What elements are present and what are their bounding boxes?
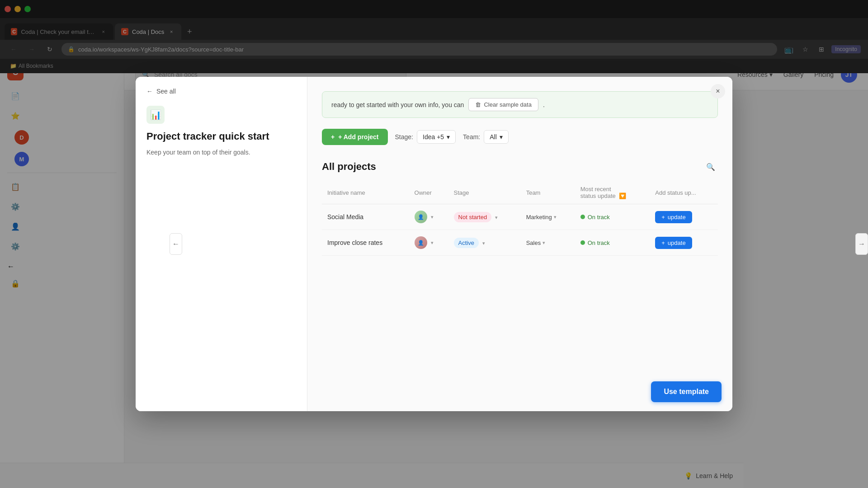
table-header: Initiative name Owner Stage Team Most re… <box>322 181 718 204</box>
update-label-1: update <box>668 214 686 221</box>
sample-data-text: ready to get started with your own info,… <box>331 101 464 108</box>
sample-data-suffix: . <box>543 101 545 108</box>
trash-icon: 🗑 <box>475 101 481 108</box>
owner-wrapper-1: 👤 ▾ <box>415 211 443 223</box>
initiative-cell-2: Improve close rates <box>322 230 409 256</box>
owner-wrapper-2: 👤 ▾ <box>415 236 443 249</box>
section-title: All projects <box>322 161 376 173</box>
status-badge-2: On track <box>580 239 645 246</box>
projects-section: All projects 🔍 Initiative name Owner Sta… <box>322 160 718 256</box>
add-project-label: + Add project <box>338 133 378 141</box>
owner-avatar-1: 👤 <box>415 211 427 223</box>
team-filter-label: Team: <box>463 133 480 141</box>
col-team: Team <box>521 181 575 204</box>
update-btn-1[interactable]: + update <box>655 211 692 223</box>
update-btn-2[interactable]: + update <box>655 237 692 249</box>
team-name-2: Sales <box>526 239 541 246</box>
left-nav-arrow[interactable]: ← <box>170 233 182 255</box>
right-nav-arrow[interactable]: → <box>855 233 868 255</box>
status-text-1: On track <box>588 214 610 221</box>
team-cell-1: Marketing ▾ <box>521 204 575 230</box>
owner-avatar-2: 👤 <box>415 236 427 249</box>
update-plus-icon-1: + <box>661 214 665 221</box>
modal-content-area: ready to get started with your own info,… <box>307 77 732 375</box>
stage-dropdown-2[interactable]: ▾ <box>482 240 485 246</box>
clear-sample-data-btn[interactable]: 🗑 Clear sample data <box>468 98 538 111</box>
col-status: Most recentstatus update 🔽 <box>575 181 650 204</box>
update-cell-1: + update <box>650 204 718 230</box>
status-dot-1 <box>580 215 585 219</box>
update-plus-icon-2: + <box>661 239 665 246</box>
table-search-btn[interactable]: 🔍 <box>703 160 718 174</box>
owner-cell-1: 👤 ▾ <box>409 204 448 230</box>
team-cell-2: Sales ▾ <box>521 230 575 256</box>
modal-title: Project tracker quick start <box>146 130 296 143</box>
status-sort-icon: 🔽 <box>619 192 626 199</box>
modal-back-btn[interactable]: ← See all <box>146 88 296 95</box>
owner-dropdown-2[interactable]: ▾ <box>431 240 434 246</box>
stage-filter: Stage: Idea +5 ▾ <box>395 130 456 144</box>
status-cell-1: On track <box>575 204 650 230</box>
stage-chevron: ▾ <box>447 133 450 141</box>
clear-btn-label: Clear sample data <box>484 101 532 108</box>
team-name-1: Marketing <box>526 214 552 221</box>
modal-left-panel: ← See all 📊 Project tracker quick start … <box>136 77 307 411</box>
stage-cell-1: Not started ▾ <box>448 204 521 230</box>
filter-row: + + Add project Stage: Idea +5 ▾ Team: A… <box>322 129 718 145</box>
team-value: All <box>490 133 497 141</box>
initiative-cell-1: Social Media <box>322 204 409 230</box>
table-row: Improve close rates 👤 ▾ Active ▾ <box>322 230 718 256</box>
add-project-btn[interactable]: + + Add project <box>322 129 388 145</box>
template-icon: 📊 <box>146 106 165 124</box>
team-filter: Team: All ▾ <box>463 130 509 144</box>
col-stage: Stage <box>448 181 521 204</box>
col-add-status: Add status up... <box>650 181 718 204</box>
status-badge-1: On track <box>580 214 645 221</box>
team-dropdown[interactable]: All ▾ <box>484 130 509 144</box>
stage-badge-2: Active <box>454 238 479 248</box>
owner-cell-2: 👤 ▾ <box>409 230 448 256</box>
team-dropdown-arrow-2[interactable]: ▾ <box>542 240 545 246</box>
col-owner: Owner <box>409 181 448 204</box>
col-initiative: Initiative name <box>322 181 409 204</box>
team-dropdown-arrow-1[interactable]: ▾ <box>554 214 557 220</box>
template-icon-emoji: 📊 <box>150 109 161 120</box>
back-arrow-icon: ← <box>146 88 153 95</box>
projects-table: Initiative name Owner Stage Team Most re… <box>322 181 718 256</box>
modal-description: Keep your team on top of their goals. <box>146 148 296 157</box>
owner-dropdown-1[interactable]: ▾ <box>431 214 434 220</box>
modal-close-btn[interactable]: × <box>711 84 725 99</box>
team-chevron: ▾ <box>500 133 503 141</box>
stage-value: Idea +5 <box>423 133 444 141</box>
section-header: All projects 🔍 <box>322 160 718 174</box>
use-template-btn[interactable]: Use template <box>651 381 722 402</box>
update-label-2: update <box>668 239 686 246</box>
add-project-icon: + <box>331 133 335 141</box>
stage-filter-label: Stage: <box>395 133 413 141</box>
status-text-2: On track <box>588 239 610 246</box>
sample-data-bar: ready to get started with your own info,… <box>322 91 718 118</box>
table-body: Social Media 👤 ▾ Not started ▾ <box>322 204 718 256</box>
use-template-label: Use template <box>664 388 709 395</box>
table-row: Social Media 👤 ▾ Not started ▾ <box>322 204 718 230</box>
stage-dropdown[interactable]: Idea +5 ▾ <box>417 130 456 144</box>
stage-cell-2: Active ▾ <box>448 230 521 256</box>
close-icon: × <box>716 87 720 95</box>
team-wrapper-1: Marketing ▾ <box>526 214 570 221</box>
template-modal: ← See all 📊 Project tracker quick start … <box>136 77 732 411</box>
initiative-name-2: Improve close rates <box>327 239 382 246</box>
team-wrapper-2: Sales ▾ <box>526 239 570 246</box>
update-cell-2: + update <box>650 230 718 256</box>
stage-dropdown-1[interactable]: ▾ <box>495 215 498 220</box>
status-cell-2: On track <box>575 230 650 256</box>
modal-right-panel: × ready to get started with your own inf… <box>307 77 732 411</box>
stage-badge-1: Not started <box>454 212 492 222</box>
table-header-row: Initiative name Owner Stage Team Most re… <box>322 181 718 204</box>
back-label: See all <box>156 88 176 95</box>
initiative-name-1: Social Media <box>327 213 363 221</box>
status-dot-2 <box>580 240 585 245</box>
